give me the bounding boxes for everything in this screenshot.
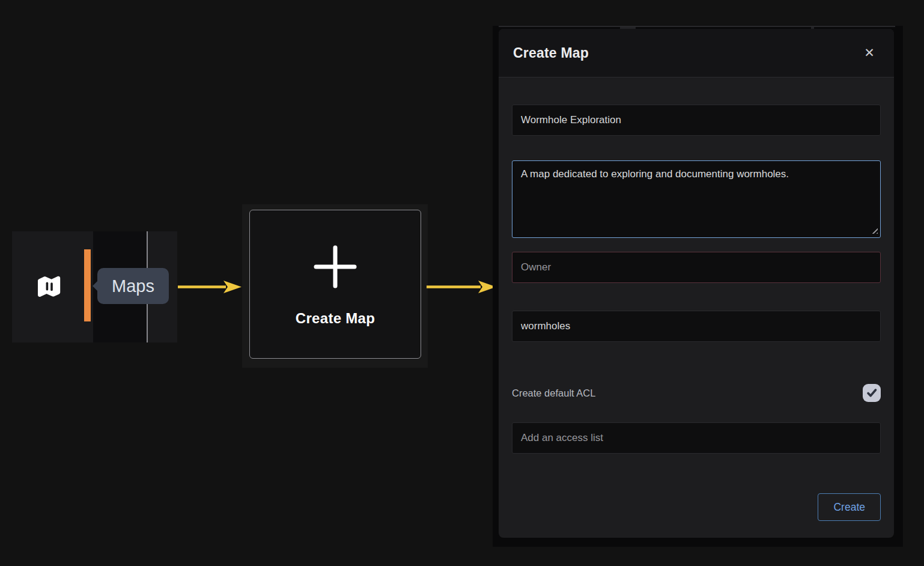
active-nav-indicator <box>84 249 91 321</box>
create-button[interactable]: Create <box>818 493 881 521</box>
plus-icon <box>312 244 358 290</box>
access-list-input[interactable] <box>512 422 881 454</box>
flow-arrow-left <box>177 279 243 295</box>
maps-nav-thumbnail: Maps <box>12 231 177 342</box>
acl-checkbox[interactable] <box>863 384 881 402</box>
modal-title: Create Map <box>513 45 589 61</box>
flow-arrow-right <box>425 279 497 295</box>
map-name-input[interactable] <box>512 105 881 136</box>
owner-input[interactable] <box>512 252 881 283</box>
maps-tooltip: Maps <box>97 268 169 304</box>
create-map-card-frame: Create Map <box>242 204 428 368</box>
modal-footer: Create <box>512 493 881 521</box>
create-map-card-label: Create Map <box>296 310 375 327</box>
map-icon <box>34 273 63 300</box>
description-wrap: A map dedicated to exploring and documen… <box>512 160 881 238</box>
checkmark-icon <box>865 386 878 400</box>
modal-body: A map dedicated to exploring and documen… <box>499 105 894 521</box>
create-map-modal: Create Map ✕ A map dedicated to explorin… <box>499 29 894 538</box>
create-map-card[interactable]: Create Map <box>249 210 421 359</box>
close-icon: ✕ <box>864 46 875 60</box>
maps-nav-button[interactable] <box>34 272 64 301</box>
close-button[interactable]: ✕ <box>859 43 880 63</box>
backdrop-edge <box>499 26 895 27</box>
acl-label: Create default ACL <box>512 388 595 399</box>
tag-input[interactable] <box>512 311 881 342</box>
modal-header: Create Map ✕ <box>499 29 894 78</box>
maps-tooltip-label: Maps <box>112 276 154 296</box>
map-description-textarea[interactable]: A map dedicated to exploring and documen… <box>512 160 881 238</box>
acl-row: Create default ACL <box>512 384 881 402</box>
